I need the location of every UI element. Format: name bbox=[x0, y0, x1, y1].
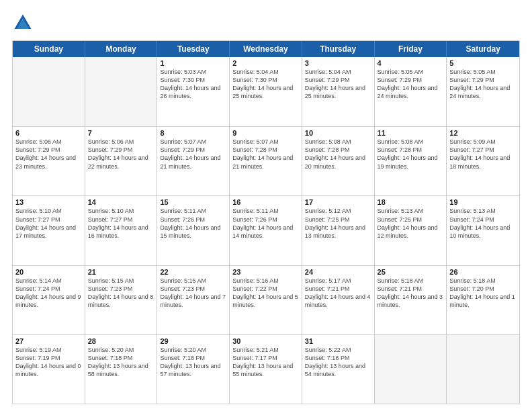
day-number: 27 bbox=[15, 337, 82, 345]
calendar-cell: 31Sunrise: 5:22 AM Sunset: 7:16 PM Dayli… bbox=[302, 335, 375, 404]
day-number: 1 bbox=[160, 59, 226, 67]
day-number: 31 bbox=[305, 337, 371, 345]
day-info: Sunrise: 5:03 AM Sunset: 7:30 PM Dayligh… bbox=[160, 68, 226, 101]
calendar-cell: 10Sunrise: 5:08 AM Sunset: 7:28 PM Dayli… bbox=[302, 127, 375, 195]
calendar-cell: 19Sunrise: 5:13 AM Sunset: 7:24 PM Dayli… bbox=[447, 196, 519, 265]
calendar-cell: 3Sunrise: 5:04 AM Sunset: 7:29 PM Daylig… bbox=[302, 57, 375, 126]
calendar-cell: 20Sunrise: 5:14 AM Sunset: 7:24 PM Dayli… bbox=[13, 266, 85, 334]
day-number: 3 bbox=[305, 59, 371, 67]
day-number: 8 bbox=[160, 129, 226, 137]
day-info: Sunrise: 5:08 AM Sunset: 7:28 PM Dayligh… bbox=[378, 138, 444, 171]
day-number: 29 bbox=[160, 337, 226, 345]
day-number: 19 bbox=[449, 198, 517, 206]
logo-icon bbox=[12, 12, 34, 34]
day-info: Sunrise: 5:10 AM Sunset: 7:27 PM Dayligh… bbox=[88, 207, 154, 240]
calendar-cell: 24Sunrise: 5:17 AM Sunset: 7:21 PM Dayli… bbox=[302, 266, 375, 334]
day-info: Sunrise: 5:07 AM Sunset: 7:29 PM Dayligh… bbox=[160, 138, 226, 171]
day-number: 15 bbox=[160, 198, 226, 206]
day-number: 18 bbox=[378, 198, 444, 206]
calendar: SundayMondayTuesdayWednesdayThursdayFrid… bbox=[12, 40, 520, 404]
day-number: 12 bbox=[449, 129, 517, 137]
header-day-friday: Friday bbox=[375, 41, 447, 57]
day-info: Sunrise: 5:04 AM Sunset: 7:29 PM Dayligh… bbox=[305, 68, 371, 101]
header-day-thursday: Thursday bbox=[302, 41, 375, 57]
calendar-body: 1Sunrise: 5:03 AM Sunset: 7:30 PM Daylig… bbox=[13, 57, 519, 404]
calendar-cell: 14Sunrise: 5:10 AM Sunset: 7:27 PM Dayli… bbox=[85, 196, 158, 265]
day-info: Sunrise: 5:07 AM Sunset: 7:28 PM Dayligh… bbox=[232, 138, 299, 171]
day-info: Sunrise: 5:17 AM Sunset: 7:21 PM Dayligh… bbox=[305, 277, 371, 310]
day-info: Sunrise: 5:06 AM Sunset: 7:29 PM Dayligh… bbox=[88, 138, 154, 171]
day-info: Sunrise: 5:08 AM Sunset: 7:28 PM Dayligh… bbox=[305, 138, 371, 171]
day-info: Sunrise: 5:15 AM Sunset: 7:23 PM Dayligh… bbox=[88, 277, 154, 310]
day-info: Sunrise: 5:19 AM Sunset: 7:19 PM Dayligh… bbox=[15, 346, 82, 379]
day-info: Sunrise: 5:14 AM Sunset: 7:24 PM Dayligh… bbox=[15, 277, 82, 310]
day-info: Sunrise: 5:22 AM Sunset: 7:16 PM Dayligh… bbox=[305, 346, 371, 379]
day-number: 17 bbox=[305, 198, 371, 206]
calendar-cell: 22Sunrise: 5:15 AM Sunset: 7:23 PM Dayli… bbox=[157, 266, 230, 334]
day-number: 4 bbox=[378, 59, 444, 67]
day-number: 28 bbox=[88, 337, 154, 345]
calendar-row-3: 13Sunrise: 5:10 AM Sunset: 7:27 PM Dayli… bbox=[13, 195, 519, 265]
day-info: Sunrise: 5:20 AM Sunset: 7:18 PM Dayligh… bbox=[88, 346, 154, 379]
calendar-cell bbox=[85, 57, 158, 126]
calendar-cell: 9Sunrise: 5:07 AM Sunset: 7:28 PM Daylig… bbox=[230, 127, 302, 195]
calendar-cell: 29Sunrise: 5:20 AM Sunset: 7:18 PM Dayli… bbox=[157, 335, 230, 404]
day-number: 9 bbox=[232, 129, 299, 137]
header-day-monday: Monday bbox=[85, 41, 158, 57]
day-info: Sunrise: 5:11 AM Sunset: 7:26 PM Dayligh… bbox=[232, 207, 299, 240]
day-info: Sunrise: 5:18 AM Sunset: 7:21 PM Dayligh… bbox=[378, 277, 444, 310]
calendar-cell: 23Sunrise: 5:16 AM Sunset: 7:22 PM Dayli… bbox=[230, 266, 302, 334]
page: SundayMondayTuesdayWednesdayThursdayFrid… bbox=[0, 0, 532, 411]
day-info: Sunrise: 5:13 AM Sunset: 7:25 PM Dayligh… bbox=[378, 207, 444, 240]
day-info: Sunrise: 5:16 AM Sunset: 7:22 PM Dayligh… bbox=[232, 277, 299, 310]
header-day-tuesday: Tuesday bbox=[157, 41, 230, 57]
day-number: 20 bbox=[15, 268, 82, 276]
day-number: 26 bbox=[449, 268, 517, 276]
day-number: 11 bbox=[378, 129, 444, 137]
header-day-wednesday: Wednesday bbox=[230, 41, 302, 57]
calendar-cell: 15Sunrise: 5:11 AM Sunset: 7:26 PM Dayli… bbox=[157, 196, 230, 265]
day-number: 10 bbox=[305, 129, 371, 137]
day-info: Sunrise: 5:21 AM Sunset: 7:17 PM Dayligh… bbox=[232, 346, 299, 379]
calendar-row-5: 27Sunrise: 5:19 AM Sunset: 7:19 PM Dayli… bbox=[13, 334, 519, 404]
day-number: 22 bbox=[160, 268, 226, 276]
day-number: 25 bbox=[378, 268, 444, 276]
calendar-cell: 6Sunrise: 5:06 AM Sunset: 7:29 PM Daylig… bbox=[13, 127, 85, 195]
day-info: Sunrise: 5:18 AM Sunset: 7:20 PM Dayligh… bbox=[449, 277, 517, 310]
day-info: Sunrise: 5:20 AM Sunset: 7:18 PM Dayligh… bbox=[160, 346, 226, 379]
day-info: Sunrise: 5:15 AM Sunset: 7:23 PM Dayligh… bbox=[160, 277, 226, 310]
day-info: Sunrise: 5:05 AM Sunset: 7:29 PM Dayligh… bbox=[449, 68, 517, 101]
calendar-row-4: 20Sunrise: 5:14 AM Sunset: 7:24 PM Dayli… bbox=[13, 265, 519, 334]
day-info: Sunrise: 5:05 AM Sunset: 7:29 PM Dayligh… bbox=[378, 68, 444, 101]
calendar-cell: 25Sunrise: 5:18 AM Sunset: 7:21 PM Dayli… bbox=[375, 266, 447, 334]
day-number: 13 bbox=[15, 198, 82, 206]
calendar-cell: 8Sunrise: 5:07 AM Sunset: 7:29 PM Daylig… bbox=[157, 127, 230, 195]
calendar-cell: 21Sunrise: 5:15 AM Sunset: 7:23 PM Dayli… bbox=[85, 266, 158, 334]
calendar-cell: 5Sunrise: 5:05 AM Sunset: 7:29 PM Daylig… bbox=[447, 57, 519, 126]
calendar-cell: 16Sunrise: 5:11 AM Sunset: 7:26 PM Dayli… bbox=[230, 196, 302, 265]
day-info: Sunrise: 5:10 AM Sunset: 7:27 PM Dayligh… bbox=[15, 207, 82, 240]
calendar-cell bbox=[447, 335, 519, 404]
calendar-cell: 7Sunrise: 5:06 AM Sunset: 7:29 PM Daylig… bbox=[85, 127, 158, 195]
day-number: 5 bbox=[449, 59, 517, 67]
day-number: 14 bbox=[88, 198, 154, 206]
header-day-sunday: Sunday bbox=[13, 41, 85, 57]
day-number: 24 bbox=[305, 268, 371, 276]
calendar-cell: 28Sunrise: 5:20 AM Sunset: 7:18 PM Dayli… bbox=[85, 335, 158, 404]
day-number: 21 bbox=[88, 268, 154, 276]
calendar-cell: 2Sunrise: 5:04 AM Sunset: 7:30 PM Daylig… bbox=[230, 57, 302, 126]
calendar-cell: 12Sunrise: 5:09 AM Sunset: 7:27 PM Dayli… bbox=[447, 127, 519, 195]
calendar-cell bbox=[13, 57, 85, 126]
day-info: Sunrise: 5:04 AM Sunset: 7:30 PM Dayligh… bbox=[232, 68, 299, 101]
day-info: Sunrise: 5:09 AM Sunset: 7:27 PM Dayligh… bbox=[449, 138, 517, 171]
day-info: Sunrise: 5:11 AM Sunset: 7:26 PM Dayligh… bbox=[160, 207, 226, 240]
day-number: 2 bbox=[232, 59, 299, 67]
calendar-cell: 17Sunrise: 5:12 AM Sunset: 7:25 PM Dayli… bbox=[302, 196, 375, 265]
day-info: Sunrise: 5:12 AM Sunset: 7:25 PM Dayligh… bbox=[305, 207, 371, 240]
calendar-cell: 26Sunrise: 5:18 AM Sunset: 7:20 PM Dayli… bbox=[447, 266, 519, 334]
day-number: 16 bbox=[232, 198, 299, 206]
day-number: 23 bbox=[232, 268, 299, 276]
calendar-cell: 4Sunrise: 5:05 AM Sunset: 7:29 PM Daylig… bbox=[375, 57, 447, 126]
header-day-saturday: Saturday bbox=[447, 41, 519, 57]
day-number: 7 bbox=[88, 129, 154, 137]
